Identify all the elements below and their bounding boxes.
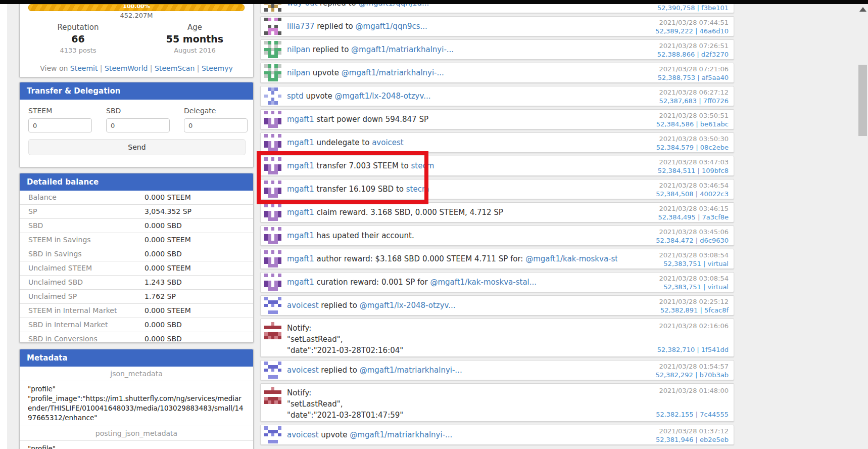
feed-row: mgaft1 start power down 594.847 SP2021/0… — [260, 109, 734, 129]
block-txid-link[interactable]: 52,384,586 | be61abc — [656, 120, 729, 128]
block-txid-link[interactable]: 52,382,891 | 5fcac8f — [660, 306, 729, 314]
feed-row-text: sptd upvote @mgaft1/lx-2048-otzyv... — [287, 86, 617, 106]
timestamp: 2021/03/28 02:16:06 — [659, 322, 729, 330]
block-txid-link[interactable]: 52,389,222 | 46a6d10 — [655, 27, 729, 35]
username-link[interactable]: avoicest — [287, 430, 319, 439]
feed-row-text: mgaft1 transfer 7.003 STEEM to stecm — [287, 156, 617, 175]
block-txid-link[interactable]: 52,384,511 | 109bfc8 — [658, 167, 729, 174]
notify-text: Notify:"setLastRead","date":"2021-03-28T… — [287, 387, 403, 421]
username-link[interactable]: mgaft1 — [287, 278, 314, 287]
block-txid-link[interactable]: 52,383,751 | virtual — [663, 260, 729, 267]
feed-row: mgaft1 undelegate to avoicest2021/03/28 … — [260, 132, 734, 153]
account-activity-feed: way-out replied to @mgaft1/qqnj1d...52,3… — [0, 0, 868, 449]
block-txid-link[interactable]: 52,388,866 | d2f3270 — [657, 51, 729, 58]
feed-row-text: avoicest replied to @mgaft1/lx-2048-otzy… — [287, 296, 617, 315]
timestamp: 2021/03/28 03:50:51 — [659, 112, 729, 119]
feed-row: mgaft1 curation reward: 0.001 SP for @mg… — [260, 272, 734, 292]
avatar-mgaft1 — [264, 181, 281, 198]
feed-row-text: mgaft1 curation reward: 0.001 SP for @mg… — [287, 273, 617, 292]
notify-line: "setLastRead", — [287, 398, 403, 410]
timestamp: 2021/03/28 02:25:12 — [659, 298, 729, 305]
username-link[interactable]: avoicest — [287, 366, 319, 375]
block-txid-link[interactable]: 52,382,155 | 7c44555 — [656, 411, 729, 418]
feed-row: nilpan upvote @mgaft1/matriarkhalnyi-...… — [260, 63, 734, 83]
avatar-mgaft1 — [264, 204, 281, 221]
timestamp: 2021/03/28 01:37:12 — [659, 427, 729, 435]
username-link[interactable]: mgaft1 — [287, 208, 314, 217]
feed-row: nilpan replied to @mgaft1/matriarkhalnyi… — [260, 39, 734, 60]
username-link[interactable]: nilpan — [287, 45, 310, 54]
feed-row-text: mgaft1 claim reward. 3.168 SBD, 0.000 ST… — [287, 203, 617, 222]
avatar-sptd — [264, 87, 281, 105]
timestamp: 2021/03/28 07:26:51 — [659, 42, 729, 50]
feed-row: avoicest upvote @mgaft1/matriarkhalnyi-.… — [260, 425, 734, 445]
target-post-link[interactable]: avoicest — [372, 138, 404, 147]
target-post-link[interactable]: @mgaft1/lx-2048-otzyv... — [360, 301, 456, 310]
timestamp: 2021/03/28 07:44:51 — [659, 19, 729, 26]
username-link[interactable]: mgaft1 — [287, 185, 314, 194]
timestamp: 2021/03/28 03:46:54 — [659, 182, 729, 189]
feed-row-text: mgaft1 undelegate to avoicest — [287, 133, 617, 152]
block-txid-link[interactable]: 52,390,758 | f3be101 — [657, 4, 729, 12]
username-link[interactable]: mgaft1 — [287, 231, 314, 240]
scrollbar-thumb[interactable] — [858, 65, 867, 136]
target-post-link[interactable]: @mgaft1/matriarkhalnyi-... — [351, 45, 454, 54]
avatar-mgaft1 — [264, 274, 281, 291]
username-link[interactable]: avoicest — [287, 301, 319, 310]
feed-row: avoicest replied to @mgaft1/matriarkhaln… — [260, 360, 734, 380]
avatar-lilia737 — [264, 18, 281, 35]
username-link[interactable]: nilpan — [287, 68, 310, 77]
target-post-link[interactable]: @mgaft1/lx-2048-otzyv... — [334, 92, 430, 101]
timestamp: 2021/03/28 01:48:00 — [659, 387, 729, 394]
block-txid-link[interactable]: 52,384,579 | 08c2ebe — [656, 144, 729, 151]
feed-row-notify: Notify:"setLastRead","date":"2021-03-28T… — [260, 319, 734, 357]
timestamp: 2021/03/28 06:27:12 — [659, 88, 729, 96]
feed-row-notify: Notify:"setLastRead","date":"2021-03-28T… — [260, 383, 734, 422]
block-txid-link[interactable]: 52,383,751 | virtual — [663, 283, 729, 291]
avatar-avoicest — [264, 426, 281, 443]
target-post-link[interactable]: stecm — [411, 161, 434, 170]
timestamp: 2021/03/28 03:08:54 — [659, 275, 729, 282]
avatar-nilpan — [264, 41, 281, 58]
timestamp: 2021/03/28 03:50:30 — [659, 135, 729, 143]
block-txid-link[interactable]: 52,382,710 | 1f541dd — [657, 346, 729, 353]
username-link[interactable]: mgaft1 — [287, 161, 314, 170]
username-link[interactable]: mgaft1 — [287, 138, 314, 147]
feed-row: lilia737 replied to @mgaft1/qqn9cs...202… — [260, 16, 734, 36]
block-txid-link[interactable]: 52,384,508 | 40022c3 — [656, 190, 729, 198]
feed-row-text: lilia737 replied to @mgaft1/qqn9cs... — [287, 17, 617, 36]
target-post-link[interactable]: @mgaft1/matriarkhalnyi-... — [350, 430, 452, 439]
block-txid-link[interactable]: 52,382,292 | b70b3ab — [655, 371, 729, 379]
timestamp: 2021/03/28 03:45:06 — [659, 228, 729, 236]
timestamp: 2021/03/28 07:21:06 — [659, 65, 729, 73]
feed-row: mgaft1 transfer 16.109 SBD to stecm2021/… — [260, 179, 734, 199]
avatar-mgaft1 — [264, 227, 281, 244]
feed-row-text: avoicest replied to @mgaft1/matriarkhaln… — [287, 361, 617, 380]
notify-line: Notify: — [287, 387, 403, 398]
target-post-link[interactable]: @mgaft1/kak-moskva-stal... — [525, 254, 617, 263]
block-txid-link[interactable]: 52,388,753 | af5aa40 — [658, 74, 729, 81]
username-link[interactable]: sptd — [287, 92, 304, 101]
block-txid-link[interactable]: 52,384,495 | 7a3cf8e — [658, 213, 729, 221]
feed-row: mgaft1 has upated their account.2021/03/… — [260, 226, 734, 246]
feed-row: avoicest replied to @mgaft1/lx-2048-otzy… — [260, 295, 734, 316]
target-post-link[interactable]: stecm — [406, 185, 429, 194]
target-post-link[interactable]: @mgaft1/qqn9cs... — [356, 22, 427, 31]
block-txid-link[interactable]: 52,381,946 | eb2e5eb — [656, 436, 729, 443]
block-txid-link[interactable]: 52,387,683 | 7ff0726 — [659, 97, 729, 105]
avatar-avoicest — [264, 362, 281, 379]
target-post-link[interactable]: @mgaft1/kak-moskva-stal... — [430, 278, 537, 287]
target-post-link[interactable]: @mgaft1/matriarkhalnyi-... — [342, 68, 444, 77]
target-post-link[interactable]: @mgaft1/matriarkhalnyi-... — [360, 366, 462, 375]
username-link[interactable]: lilia737 — [287, 22, 315, 31]
avatar-mgaft1 — [264, 250, 281, 267]
feed-row-text: mgaft1 start power down 594.847 SP — [287, 110, 617, 129]
scrollbar-up-arrow[interactable] — [859, 7, 866, 12]
username-link[interactable]: mgaft1 — [287, 254, 314, 263]
notify-line: Notify: — [287, 323, 403, 334]
username-link[interactable]: mgaft1 — [287, 115, 314, 124]
timestamp: 2021/03/28 03:46:15 — [659, 205, 729, 212]
timestamp: 2021/03/28 01:54:57 — [659, 363, 729, 370]
avatar-mgaft1 — [264, 134, 281, 151]
block-txid-link[interactable]: 52,384,472 | d6c9630 — [656, 237, 729, 244]
